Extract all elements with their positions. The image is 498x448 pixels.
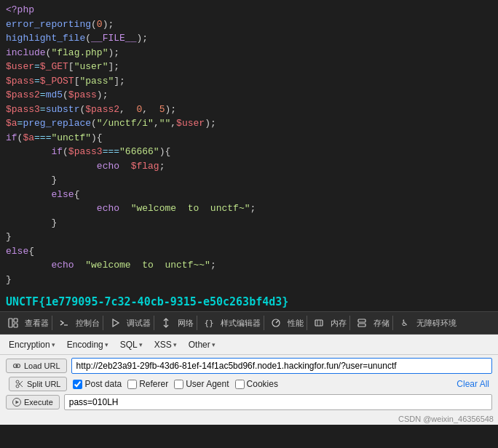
url-input[interactable] [71, 358, 492, 374]
toolbar-debugger-icon[interactable] [105, 313, 125, 333]
menu-bar: Encryption ▾ Encoding ▾ SQL ▾ XSS ▾ Othe… [0, 335, 498, 355]
load-url-button[interactable]: Load URL [6, 359, 67, 373]
code-line: } [6, 230, 492, 244]
flag-line: UNCTF{1e779095-7c32-40cb-9315-e50c263bf4… [0, 291, 498, 311]
user-agent-label: User Agent [186, 379, 229, 389]
code-line: $pass=$_POST["pass"]; [6, 74, 492, 89]
chevron-down-icon: ▾ [212, 341, 216, 348]
cookies-checkbox-label[interactable]: Cookies [235, 379, 278, 389]
svg-point-16 [16, 380, 19, 383]
toolbar-memory-label[interactable]: 内存 [329, 318, 348, 329]
toolbar-sep-5 [264, 316, 264, 330]
watermark-text: CSDN @weixin_46356548 [398, 415, 494, 423]
flag-text: UNCTF{1e779095-7c32-40cb-9315-e50c263bf4… [6, 295, 288, 308]
code-area: <?php error_reporting(0); highlight_file… [0, 0, 498, 291]
code-line: $a=preg_replace("/unctf/i","",$user); [6, 116, 492, 131]
menu-encoding[interactable]: Encoding ▾ [61, 337, 114, 353]
clear-all-button[interactable]: Clear All [456, 379, 492, 389]
referer-label: Referer [139, 379, 168, 389]
toolbar-perf-label[interactable]: 性能 [286, 318, 305, 329]
toolbar-sep-1 [52, 316, 52, 330]
toolbar-perf-icon[interactable] [266, 313, 286, 333]
menu-xss-label: XSS [154, 340, 172, 350]
referer-checkbox[interactable] [127, 380, 137, 389]
toolbar-storage-label[interactable]: 存储 [372, 318, 391, 329]
toolbar-network-label[interactable]: 网络 [176, 318, 195, 329]
play-icon [12, 398, 21, 407]
toolbar-storage-icon[interactable] [352, 313, 372, 333]
menu-xss[interactable]: XSS ▾ [149, 337, 183, 353]
code-line: } [6, 173, 492, 188]
user-agent-checkbox-label[interactable]: User Agent [174, 379, 229, 389]
svg-marker-4 [113, 319, 119, 327]
toolbar-memory-icon[interactable] [309, 313, 329, 333]
execute-row: Execute [6, 394, 492, 410]
menu-encryption-label: Encryption [9, 340, 50, 350]
toolbar-inspect-icon[interactable] [3, 313, 23, 333]
scissors-icon [15, 380, 24, 388]
post-data-checkbox-label[interactable]: Post data [73, 379, 122, 389]
toolbar-sep-2 [103, 316, 103, 330]
referer-checkbox-label[interactable]: Referer [127, 379, 168, 389]
toolbar-style-label[interactable]: 样式编辑器 [219, 318, 262, 329]
cookies-label: Cookies [247, 379, 278, 389]
watermark: CSDN @weixin_46356548 [0, 413, 498, 425]
code-line: echo $flag; [6, 159, 492, 174]
menu-sql-label: SQL [120, 340, 138, 350]
svg-rect-11 [358, 319, 365, 322]
toolbar-debugger-label[interactable]: 调试器 [125, 318, 152, 329]
clear-all-label: Clear All [456, 379, 489, 389]
code-line: else{ [6, 188, 492, 202]
menu-encryption[interactable]: Encryption ▾ [3, 337, 61, 353]
menu-other-label: Other [189, 340, 210, 350]
code-line: $pass3=substr($pass2, 0, 5); [6, 103, 492, 117]
chevron-down-icon: ▾ [139, 341, 143, 348]
svg-rect-12 [358, 324, 365, 327]
code-line: highlight_file(__FILE__); [6, 31, 492, 46]
toolbar-console-label[interactable]: 控制台 [74, 318, 101, 329]
post-data-checkbox[interactable] [73, 380, 82, 389]
code-line: else{ [6, 244, 492, 259]
code-line: if($a==="unctf"){ [6, 131, 492, 145]
chevron-down-icon: ▾ [105, 341, 108, 348]
toolbar-console-icon[interactable] [54, 313, 74, 333]
toolbar-a11y-icon[interactable]: ♿ [395, 313, 415, 333]
menu-encoding-label: Encoding [67, 340, 103, 350]
toolbar-network-icon[interactable] [156, 313, 176, 333]
code-line: $pass2=md5($pass); [6, 88, 492, 103]
cookies-checkbox[interactable] [235, 380, 245, 389]
code-line: error_reporting(0); [6, 17, 492, 32]
toolbar-sep-8 [392, 316, 393, 330]
toolbar-a11y-label[interactable]: 无障碍环境 [415, 318, 458, 329]
code-line: include("flag.php"); [6, 46, 492, 60]
toolbar-sep-7 [349, 316, 350, 330]
svg-point-17 [16, 385, 19, 388]
execute-button[interactable]: Execute [6, 395, 60, 409]
svg-rect-1 [14, 319, 17, 322]
svg-rect-2 [14, 324, 17, 327]
svg-marker-21 [16, 401, 20, 404]
svg-line-7 [276, 321, 278, 323]
code-line: if($pass3==="66666"){ [6, 145, 492, 159]
post-data-label: Post data [84, 379, 122, 389]
code-line: } [6, 216, 492, 231]
user-agent-checkbox[interactable] [174, 380, 183, 389]
url-row: Load URL [6, 358, 492, 374]
toolbar-sep-6 [307, 316, 307, 330]
pass-input[interactable] [64, 394, 492, 410]
input-section: Load URL Split URL Post data Referer Use… [0, 355, 498, 413]
chevron-down-icon: ▾ [52, 341, 55, 348]
chevron-down-icon: ▾ [173, 341, 177, 348]
split-url-button[interactable]: Split URL [9, 377, 67, 391]
toolbar-sep-3 [154, 316, 154, 330]
menu-other[interactable]: Other ▾ [183, 337, 221, 353]
code-line: } [6, 273, 492, 287]
toolbar-style-icon[interactable]: {} [199, 313, 219, 333]
svg-rect-0 [9, 319, 12, 327]
code-line: echo "welcome to unctf~~"; [6, 258, 492, 273]
menu-sql[interactable]: SQL ▾ [114, 337, 149, 353]
split-url-label: Split URL [27, 380, 60, 388]
toolbar-inspector-label[interactable]: 查看器 [23, 318, 50, 329]
load-url-label: Load URL [24, 361, 60, 370]
svg-rect-8 [315, 320, 323, 326]
